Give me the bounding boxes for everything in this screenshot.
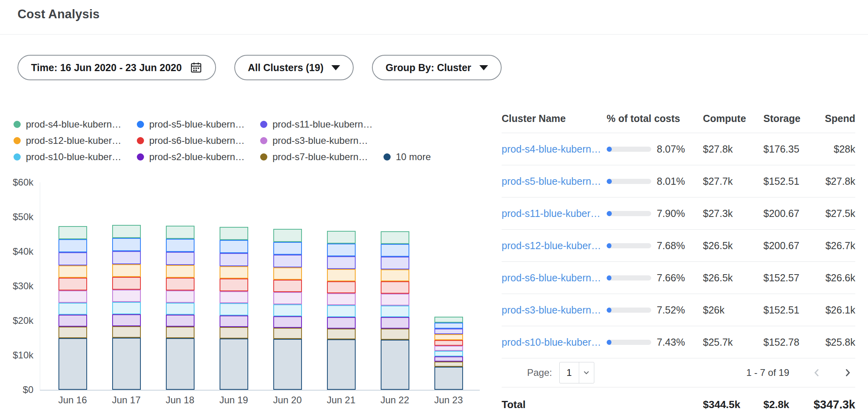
cluster-name-link[interactable]: prod-s12-blue-kuber… (502, 240, 601, 252)
bar-segment (381, 257, 409, 269)
legend-row: prod-s4-blue-kubern…prod-s5-blue-kubern…… (14, 116, 431, 132)
cell-percent: 7.66% (607, 272, 703, 284)
stacked-bar[interactable] (327, 231, 356, 390)
page-select-value: 1 (560, 367, 579, 378)
bar-segment (273, 292, 302, 304)
bar-segment (166, 265, 195, 278)
percent-bar (607, 275, 651, 281)
bar-segment (58, 239, 87, 252)
legend-item[interactable]: prod-s3-blue-kubern… (260, 135, 368, 146)
percent-value: 7.66% (657, 272, 685, 284)
x-axis-tick-label: Jun 22 (368, 395, 422, 406)
x-axis-tick-label: Jun 23 (422, 395, 475, 406)
stacked-bar[interactable] (166, 226, 195, 390)
total-row: Total $344.5k $2.8k $347.3k (502, 387, 855, 418)
legend-item[interactable]: prod-s7-blue-kubern… (260, 151, 383, 163)
bar-segment (327, 231, 356, 244)
bar-segment (273, 280, 302, 292)
page-title: Cost Analysis (18, 7, 99, 21)
bar-segment (381, 231, 409, 244)
page-select[interactable]: 1 (559, 362, 594, 383)
cell-compute: $27.7k (703, 176, 763, 187)
percent-value: 7.43% (657, 337, 685, 348)
cluster-name-link[interactable]: prod-s6-blue-kubern… (502, 272, 601, 284)
bar-segment (381, 281, 409, 294)
bar-segment (112, 314, 141, 326)
group-by-filter[interactable]: Group By: Cluster (372, 55, 501, 80)
legend-item[interactable]: prod-s12-blue-kuber… (14, 135, 137, 146)
legend-item[interactable]: prod-s11-blue-kubern… (260, 119, 373, 130)
x-axis-tick-label: Jun 20 (261, 395, 314, 406)
y-axis-tick-label: $30k (0, 281, 33, 292)
y-axis-tick-label: $20k (0, 315, 33, 326)
cell-storage: $200.67 (763, 240, 808, 252)
legend-item-label: prod-s6-blue-kubern… (149, 135, 245, 146)
chevron-left-icon[interactable] (811, 367, 823, 379)
bar-segment (381, 306, 409, 317)
cluster-name-link[interactable]: prod-s10-blue-kuber… (502, 337, 601, 348)
bar-segment (434, 317, 463, 323)
cluster-name-link[interactable]: prod-s4-blue-kubern… (502, 143, 601, 155)
table-row: prod-s5-blue-kubern…8.01%$27.7k$152.51$2… (502, 165, 855, 197)
legend-item-label: prod-s2-blue-kubern… (149, 151, 245, 163)
bar-segment (112, 290, 141, 302)
bar-segment (166, 226, 195, 239)
percent-bar-fill (607, 308, 611, 313)
percent-bar-fill (607, 179, 612, 184)
legend-item-label: prod-s5-blue-kubern… (149, 119, 245, 130)
percent-bar (607, 179, 651, 184)
legend-color-dot (14, 153, 21, 161)
bar-segment (58, 303, 87, 315)
cluster-name-link[interactable]: prod-s11-blue-kuber… (502, 208, 600, 219)
legend-item[interactable]: prod-s10-blue-kuber… (14, 151, 137, 163)
bar-segment (327, 269, 356, 281)
legend-item[interactable]: prod-s4-blue-kubern… (14, 119, 137, 130)
total-compute: $344.5k (703, 399, 763, 411)
header-storage: Storage (763, 113, 808, 124)
cluster-name-link[interactable]: prod-s3-blue-kubern… (502, 304, 601, 316)
bar-segment (273, 339, 302, 390)
stacked-bar[interactable] (112, 225, 141, 390)
cell-storage: $200.67 (763, 208, 808, 219)
stacked-bar[interactable] (434, 317, 463, 390)
cell-spend: $26.6k (808, 272, 855, 284)
bar-segment (220, 291, 248, 304)
chevron-right-icon[interactable] (842, 367, 854, 379)
cell-storage: $152.78 (763, 337, 808, 348)
legend-item[interactable]: 10 more (383, 151, 431, 163)
clusters-filter[interactable]: All Clusters (19) (234, 55, 354, 80)
cost-chart: $0$10k$20k$30k$40k$50k$60kJun 16Jun 17Ju… (0, 182, 493, 413)
x-axis-tick-label: Jun 21 (314, 395, 368, 406)
bar-segment (327, 317, 356, 329)
bar-segment (58, 315, 87, 327)
bar-segment (327, 305, 356, 317)
cluster-cost-table: Cluster Name % of total costs Compute St… (502, 104, 855, 418)
total-label: Total (502, 399, 607, 411)
x-axis-tick-label: Jun 17 (99, 395, 153, 406)
y-axis-tick-label: $60k (0, 177, 33, 188)
time-range-filter[interactable]: Time: 16 Jun 2020 - 23 Jun 2020 (18, 55, 216, 80)
legend-color-dot (260, 121, 267, 128)
table-row: prod-s10-blue-kuber…7.43%$25.7k$152.78$2… (502, 326, 855, 358)
time-range-label: Time: 16 Jun 2020 - 23 Jun 2020 (31, 62, 182, 74)
legend-item[interactable]: prod-s6-blue-kubern… (137, 135, 260, 146)
stacked-bar[interactable] (273, 229, 302, 390)
stacked-bar[interactable] (381, 231, 409, 390)
legend-item[interactable]: prod-s2-blue-kubern… (137, 151, 260, 163)
legend-item-label: prod-s7-blue-kubern… (272, 151, 368, 163)
cell-spend: $25.8k (808, 337, 855, 348)
cell-spend: $28k (808, 143, 855, 155)
stacked-bar[interactable] (220, 227, 248, 390)
bar-segment (58, 338, 87, 390)
legend-item[interactable]: prod-s5-blue-kubern… (137, 119, 260, 130)
bar-segment (327, 339, 356, 390)
stacked-bar[interactable] (58, 226, 87, 390)
cell-percent: 7.52% (607, 304, 703, 316)
bar-segment (381, 317, 409, 329)
percent-bar-fill (607, 211, 612, 216)
header-divider (0, 34, 868, 35)
header-compute: Compute (703, 113, 763, 124)
bar-segment (112, 238, 141, 251)
cluster-name-link[interactable]: prod-s5-blue-kubern… (502, 176, 601, 187)
chart-plot (40, 182, 480, 391)
